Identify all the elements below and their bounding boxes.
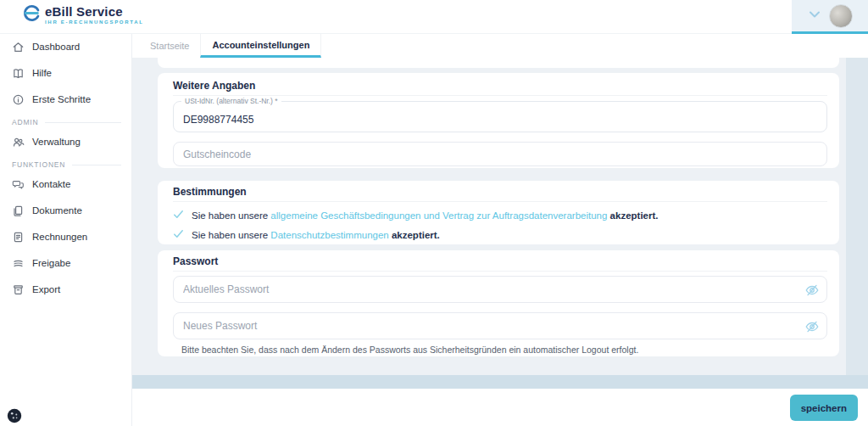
new-password-input[interactable] — [174, 313, 826, 339]
check-icon — [173, 227, 184, 243]
documents-icon — [12, 205, 25, 217]
sidebar-item-label: Dashboard — [32, 42, 80, 52]
info-icon — [12, 93, 25, 106]
toggle-password-visibility-button[interactable] — [804, 283, 820, 298]
gutscheincode-input[interactable] — [174, 143, 826, 165]
user-menu[interactable] — [792, 0, 868, 34]
terms-row-agb: Sie haben unsere allgemeine Geschäftsbed… — [173, 208, 827, 223]
sidebar-item-label: Kontakte — [32, 179, 70, 189]
section-passwort: Passwort — [158, 250, 839, 356]
sidebar-item-label: Hilfe — [32, 68, 52, 78]
action-bar: speichern — [132, 389, 868, 426]
toggle-password-visibility-button[interactable] — [804, 319, 820, 334]
section-heading: Weitere Angaben — [173, 73, 827, 96]
section-bestimmungen: Bestimmungen Sie haben unsere allgemeine… — [158, 181, 839, 244]
sidebar-item-verwaltung[interactable]: Verwaltung — [12, 132, 131, 151]
sidebar-item-rechnungen[interactable]: Rechnungen — [12, 227, 131, 246]
gutscheincode-field — [173, 142, 827, 166]
ebill-logo-icon — [23, 4, 41, 25]
sidebar-item-label: Rechnungen — [32, 232, 87, 242]
divider — [45, 122, 121, 123]
save-button[interactable]: speichern — [790, 395, 858, 421]
terms-text: Sie haben unsere allgemeine Geschäftsbed… — [192, 210, 658, 221]
new-password-field — [173, 312, 827, 339]
sidebar-item-label: Dokumente — [32, 205, 82, 216]
ust-idnr-field: USt-IdNr. (alternativ St.-Nr.) * — [173, 101, 827, 132]
sidebar-section-funktionen: FUNKTIONEN — [12, 159, 131, 171]
chevron-down-icon[interactable] — [808, 8, 821, 24]
chat-icon — [12, 178, 25, 191]
sidebar-item-label: Export — [32, 284, 60, 294]
sidebar-item-kontakte[interactable]: Kontakte — [12, 175, 131, 193]
scrolled-card-fragment — [158, 58, 839, 68]
section-heading: Bestimmungen — [173, 181, 827, 202]
brand-name: eBill Service — [45, 4, 144, 19]
book-icon — [12, 67, 25, 80]
sidebar-section-admin: ADMIN — [12, 116, 131, 128]
section-heading: Passwort — [173, 250, 827, 272]
tab-bar: Startseite Accounteinstellungen — [132, 34, 868, 58]
settings-scroll-area: Weitere Angaben USt-IdNr. (alternativ St… — [132, 58, 868, 375]
sidebar-item-label: Freigabe — [32, 258, 70, 268]
sidebar: Dashboard Hilfe Erste Schritte ADMIN Ver… — [0, 34, 132, 426]
brand-tagline: IHR E-RECHNUNGSPORTAL — [45, 20, 144, 25]
terms-row-datenschutz: Sie haben unsere Datenschutzbestimmungen… — [173, 227, 827, 243]
password-note: Bitte beachten Sie, dass nach dem Ändern… — [181, 345, 827, 355]
ust-idnr-input[interactable] — [174, 102, 826, 132]
main-content: Startseite Accounteinstellungen Weitere … — [132, 34, 868, 426]
export-icon — [12, 283, 25, 296]
home-icon — [12, 41, 25, 53]
sidebar-item-label: Erste Schritte — [32, 94, 91, 104]
sidebar-item-hilfe[interactable]: Hilfe — [12, 64, 131, 82]
avatar[interactable] — [829, 4, 853, 28]
ust-idnr-label: USt-IdNr. (alternativ St.-Nr.) * — [181, 97, 281, 105]
current-password-input[interactable] — [174, 277, 826, 302]
invoice-icon — [12, 231, 25, 244]
sidebar-item-freigabe[interactable]: Freigabe — [12, 254, 131, 272]
sidebar-item-export[interactable]: Export — [12, 280, 131, 299]
terms-text: Sie haben unsere Datenschutzbestimmungen… — [192, 230, 440, 240]
divider — [72, 165, 121, 165]
sidebar-item-dashboard[interactable]: Dashboard — [12, 37, 131, 56]
horizontal-scrollbar[interactable] — [132, 375, 868, 389]
cookie-settings-icon[interactable] — [7, 408, 22, 423]
top-bar: eBill Service IHR E-RECHNUNGSPORTAL — [0, 0, 868, 34]
current-password-field — [173, 276, 827, 303]
datenschutz-link[interactable]: Datenschutzbestimmungen — [270, 230, 388, 240]
tab-accounteinstellungen[interactable]: Accounteinstellungen — [200, 34, 321, 58]
brand-logo: eBill Service IHR E-RECHNUNGSPORTAL — [23, 4, 144, 25]
tab-startseite[interactable]: Startseite — [139, 34, 200, 58]
sidebar-item-label: Verwaltung — [32, 137, 81, 147]
layers-icon — [12, 257, 25, 270]
check-icon — [173, 208, 184, 223]
vertical-scrollbar[interactable] — [846, 58, 868, 375]
users-icon — [12, 136, 25, 149]
section-weitere-angaben: Weitere Angaben USt-IdNr. (alternativ St… — [158, 73, 839, 168]
sidebar-item-dokumente[interactable]: Dokumente — [12, 201, 131, 220]
sidebar-item-erste-schritte[interactable]: Erste Schritte — [12, 90, 131, 109]
agb-link[interactable]: allgemeine Geschäftsbedingungen und Vert… — [270, 210, 607, 221]
